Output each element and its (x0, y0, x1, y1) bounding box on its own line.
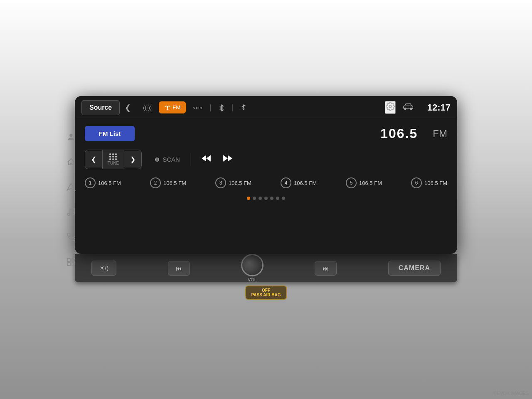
preset-circle-4: 4 (281, 177, 291, 188)
preset-3[interactable]: 3 106.5 FM (215, 177, 251, 188)
svg-marker-23 (202, 155, 206, 162)
source-button[interactable]: Source (81, 100, 120, 115)
svg-marker-1 (67, 183, 75, 190)
rewind-icon (200, 154, 212, 163)
prev-track-icon: ⏮ (176, 265, 182, 272)
preset-freq-5: 106.5 FM (359, 180, 382, 186)
dot-3 (259, 197, 262, 200)
station-frequency: 106.5 (380, 126, 418, 141)
svg-point-18 (241, 106, 242, 106)
svg-point-21 (404, 108, 406, 110)
svg-rect-4 (67, 259, 70, 261)
usb-icon (241, 104, 246, 111)
dot-4 (264, 197, 268, 200)
tab-usb[interactable] (235, 101, 252, 114)
top-bar: Source ❮ ((·)) (75, 96, 457, 119)
fm-list-button[interactable]: FM List (85, 126, 135, 141)
preset-2[interactable]: 2 106.5 FM (150, 177, 186, 188)
content-area: FM List 106.5 FM ❮ (75, 119, 457, 207)
preset-5[interactable]: 5 106.5 FM (346, 177, 382, 188)
preset-freq-3: 106.5 FM (229, 180, 251, 186)
scan-label: SCAN (163, 156, 180, 163)
svg-rect-6 (67, 263, 70, 266)
screen-wrapper: Source ❮ ((·)) (75, 96, 457, 303)
gear-icon (386, 102, 395, 111)
source-nav-left[interactable]: ❮ (121, 101, 134, 114)
car-icon (402, 102, 414, 113)
prev-track-button[interactable]: ⏮ (168, 261, 190, 276)
svg-point-8 (167, 107, 168, 108)
sidebar-item-apps[interactable] (64, 255, 78, 268)
tune-label: TUNE (108, 161, 119, 165)
preset-freq-1: 106.5 FM (98, 180, 121, 186)
svg-rect-7 (72, 263, 75, 266)
sidebar-icons (64, 131, 78, 268)
next-track-button[interactable]: ⏭ (315, 261, 337, 276)
dot-5 (270, 197, 273, 200)
settings-button[interactable] (385, 101, 396, 114)
sidebar-item-nav[interactable] (64, 180, 78, 194)
station-band: FM (433, 128, 447, 140)
preset-circle-1: 1 (85, 177, 96, 188)
preset-freq-4: 106.5 FM (294, 180, 317, 186)
dot-1 (247, 197, 250, 200)
volume-knob[interactable] (241, 254, 264, 276)
svg-marker-24 (206, 155, 211, 162)
tab-fm[interactable]: FM (159, 101, 186, 113)
watermark: ©EVOX IMAGES (493, 391, 529, 396)
airbag-off: OFF (251, 288, 281, 293)
tab-bluetooth[interactable] (213, 101, 230, 114)
source-tabs: ((·)) FM (138, 101, 384, 114)
brightness-button[interactable]: ☀/) (91, 261, 116, 276)
preset-circle-6: 6 (411, 177, 422, 188)
preset-circle-3: 3 (215, 177, 226, 188)
volume-group: VOL (241, 254, 264, 282)
sidebar-item-person[interactable] (64, 131, 78, 144)
tune-grid-button[interactable]: TUNE (102, 150, 124, 169)
svg-point-0 (69, 134, 72, 137)
tune-controls: ❮ TUNE ❯ (85, 150, 142, 169)
forward-button[interactable] (222, 154, 234, 165)
svg-point-22 (410, 108, 412, 110)
infotainment-screen: Source ❮ ((·)) (75, 96, 457, 254)
preset-freq-6: 106.5 FM (424, 180, 447, 186)
preset-6[interactable]: 6 106.5 FM (411, 177, 447, 188)
preset-4[interactable]: 4 106.5 FM (281, 177, 317, 188)
preset-freq-2: 106.5 FM (163, 180, 186, 186)
dot-7 (282, 197, 285, 200)
divider-1: | (209, 103, 212, 112)
svg-point-17 (244, 105, 245, 106)
svg-rect-14 (243, 104, 244, 105)
tab-am[interactable]: ((·)) (138, 101, 157, 113)
preset-circle-5: 5 (346, 177, 357, 188)
am-icon: ((·)) (143, 104, 152, 111)
sidebar-item-music[interactable] (64, 205, 78, 219)
sidebar-item-home[interactable] (64, 155, 78, 169)
airbag-warning: OFF PASS AIR BAG (245, 286, 286, 300)
playback-controls (200, 154, 234, 165)
clock: 12:17 (427, 102, 451, 113)
camera-button[interactable]: CAMERA (388, 261, 441, 276)
bluetooth-icon (219, 104, 224, 111)
fm-label: FM (172, 104, 180, 111)
physical-controls: ☀/) ⏮ VOL ⏭ CAMERA (75, 254, 457, 282)
tune-prev-button[interactable]: ❮ (85, 151, 102, 167)
airbag-text: PASS AIR BAG (251, 293, 281, 297)
bottom-area: OFF PASS AIR BAG (75, 282, 457, 303)
divider-2: | (232, 103, 234, 112)
preset-1[interactable]: 1 106.5 FM (85, 177, 121, 188)
sidebar-item-phone[interactable] (64, 230, 78, 244)
car-svg-icon (402, 102, 414, 111)
tune-next-button[interactable]: ❯ (124, 151, 141, 167)
playback-divider (190, 153, 190, 166)
vol-label: VOL (248, 277, 257, 282)
pagination-dots (85, 197, 447, 200)
scan-control: SCAN (155, 156, 180, 163)
svg-marker-25 (223, 155, 228, 162)
rewind-button[interactable] (200, 154, 212, 165)
svg-point-3 (72, 212, 75, 215)
next-track-icon: ⏭ (323, 265, 329, 272)
sxm-label: sxm (193, 105, 202, 110)
tab-sxm[interactable]: sxm (187, 102, 208, 113)
forward-icon (222, 154, 234, 163)
